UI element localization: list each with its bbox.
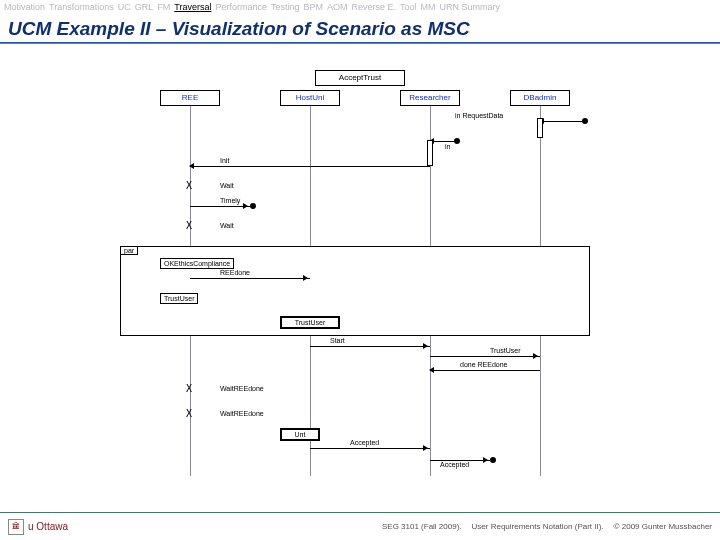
footer-copyright: © 2009 Gunter Mussbacher bbox=[614, 522, 712, 531]
label-wait1: Wait bbox=[220, 182, 234, 189]
actor-hostuni: HostUni bbox=[280, 90, 340, 106]
nav-grl: GRL bbox=[135, 2, 154, 12]
label-waitree2: WaitREEdone bbox=[220, 410, 264, 417]
label-trustuser2: TrustUser bbox=[490, 347, 520, 354]
timely-dot bbox=[250, 203, 256, 209]
msg-in bbox=[430, 141, 454, 142]
msg-init bbox=[190, 166, 430, 167]
label-start: Start bbox=[330, 337, 345, 344]
nav-bpm: BPM bbox=[303, 2, 323, 12]
footer: 🏛 u Ottawa SEG 3101 (Fall 2009). User Re… bbox=[0, 512, 720, 540]
footer-topic: User Requirements Notation (Part II). bbox=[472, 522, 604, 531]
timer2 bbox=[186, 220, 194, 230]
nav-testing: Testing bbox=[271, 2, 300, 12]
actor-dbadmin: DBadmin bbox=[510, 90, 570, 106]
label-accepted1: Accepted bbox=[350, 439, 379, 446]
actor-ree: REE bbox=[160, 90, 220, 106]
msg-reedone1 bbox=[190, 278, 310, 279]
timer4 bbox=[186, 408, 194, 418]
label-wait2: Wait bbox=[220, 222, 234, 229]
logo: 🏛 u Ottawa bbox=[8, 519, 68, 535]
msg-requestdata bbox=[540, 121, 582, 122]
logo-text: u Ottawa bbox=[28, 521, 68, 532]
logo-icon: 🏛 bbox=[8, 519, 24, 535]
ref-trustuser: TrustUser bbox=[280, 316, 340, 329]
nav-traversal[interactable]: Traversal bbox=[174, 2, 211, 12]
label-reedone1: REEdone bbox=[220, 269, 250, 276]
nav-fm: FM bbox=[157, 2, 170, 12]
timer3 bbox=[186, 383, 194, 393]
footer-course: SEG 3101 (Fall 2009). bbox=[382, 522, 462, 531]
label-waitree1: WaitREEdone bbox=[220, 385, 264, 392]
label-timely: Timely bbox=[220, 197, 240, 204]
msg-accepted1 bbox=[310, 448, 430, 449]
nav-tool: Tool bbox=[400, 2, 417, 12]
timer1 bbox=[186, 180, 194, 190]
label-donereedone: done REEdone bbox=[460, 361, 507, 368]
nav-mm: MM bbox=[421, 2, 436, 12]
msg-timely bbox=[190, 206, 250, 207]
msc-diagram: AcceptTrust REE HostUni Researcher DBadm… bbox=[0, 48, 720, 486]
label-in: in bbox=[445, 143, 450, 150]
label-requestdata: in RequestData bbox=[455, 112, 503, 119]
title-underline bbox=[0, 42, 720, 44]
label-init: Init bbox=[220, 157, 229, 164]
nav-aom: AOM bbox=[327, 2, 348, 12]
ref-unt: Unt bbox=[280, 428, 320, 441]
nav-reverse: Reverse E. bbox=[352, 2, 397, 12]
msc-frame-title: AcceptTrust bbox=[315, 70, 405, 86]
activation-dbadmin bbox=[537, 118, 543, 138]
msg-trustuser2 bbox=[430, 356, 540, 357]
page-title: UCM Example II – Visualization of Scenar… bbox=[0, 14, 720, 42]
nav-performance: Performance bbox=[215, 2, 267, 12]
box-okethics: OKEthicsCompliance bbox=[160, 258, 234, 269]
label-accepted2: Accepted bbox=[440, 461, 469, 468]
actor-researcher: Researcher bbox=[400, 90, 460, 106]
top-nav: Motivation Transformations UC GRL FM Tra… bbox=[0, 0, 720, 14]
nav-uc: UC bbox=[118, 2, 131, 12]
msg-start bbox=[310, 346, 430, 347]
box-trustuser1: TrustUser bbox=[160, 293, 198, 304]
nav-transformations: Transformations bbox=[49, 2, 114, 12]
par-tag: par bbox=[120, 246, 138, 255]
activation-researcher bbox=[427, 140, 433, 166]
found-msg-dot bbox=[582, 118, 588, 124]
found-in-dot bbox=[454, 138, 460, 144]
msg-donereedone bbox=[430, 370, 540, 371]
accepted-dot bbox=[490, 457, 496, 463]
nav-urn-summary: URN Summary bbox=[440, 2, 501, 12]
nav-motivation: Motivation bbox=[4, 2, 45, 12]
